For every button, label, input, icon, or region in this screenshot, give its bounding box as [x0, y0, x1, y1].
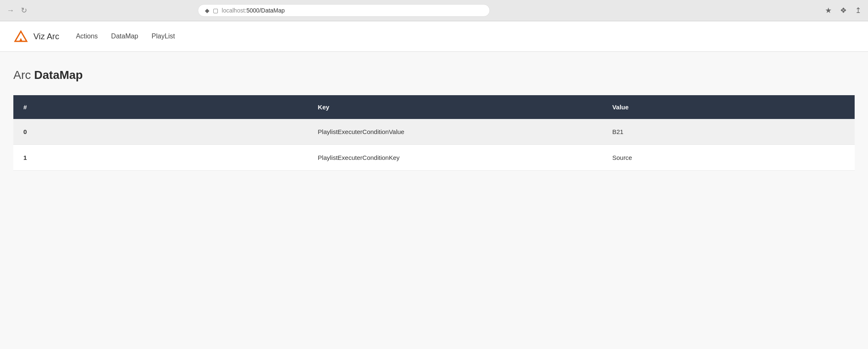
logo-text: Viz Arc [33, 32, 59, 41]
browser-chrome: → ↻ ◆ ▢ localhost:5000/DataMap ★ ❖ ↥ [0, 0, 868, 21]
col-header-key: Key [308, 95, 603, 119]
col-header-index: # [13, 95, 308, 119]
pocket-icon[interactable]: ❖ [840, 6, 847, 15]
app-logo: Viz Arc [13, 29, 59, 44]
nav-link-actions[interactable]: Actions [76, 33, 98, 40]
back-icon[interactable]: → [7, 6, 14, 15]
table-body: 0PlaylistExecuterConditionValueB211Playl… [13, 119, 855, 171]
cell-value: Source [602, 145, 855, 171]
cell-value: B21 [602, 119, 855, 145]
cell-key: PlaylistExecuterConditionKey [308, 145, 603, 171]
page-title: Arc DataMap [13, 68, 855, 82]
nav-link-datamap[interactable]: DataMap [111, 33, 138, 40]
cell-index: 0 [13, 119, 308, 145]
browser-nav-buttons: → ↻ [7, 6, 27, 15]
url-protocol: localhost: [222, 7, 246, 14]
nav-links: Actions DataMap PlayList [76, 33, 175, 40]
nav-link-playlist[interactable]: PlayList [151, 33, 175, 40]
table-header-row: # Key Value [13, 95, 855, 119]
logo-icon [13, 29, 28, 44]
app-nav: Viz Arc Actions DataMap PlayList [0, 21, 868, 52]
url-path: 5000/DataMap [246, 7, 285, 14]
table-row: 0PlaylistExecuterConditionValueB21 [13, 119, 855, 145]
shield-icon: ◆ [205, 7, 209, 14]
data-table: # Key Value 0PlaylistExecuterConditionVa… [13, 95, 855, 171]
table-header: # Key Value [13, 95, 855, 119]
page-title-prefix: Arc [13, 68, 34, 81]
address-bar[interactable]: ◆ ▢ localhost:5000/DataMap [198, 4, 490, 17]
page-icon: ▢ [213, 7, 218, 14]
app-container: Viz Arc Actions DataMap PlayList Arc Dat… [0, 21, 868, 349]
col-header-value: Value [602, 95, 855, 119]
svg-marker-1 [19, 38, 23, 41]
refresh-icon[interactable]: ↻ [21, 6, 27, 15]
cell-index: 1 [13, 145, 308, 171]
table-row: 1PlaylistExecuterConditionKeySource [13, 145, 855, 171]
bookmark-icon[interactable]: ★ [825, 6, 832, 15]
browser-toolbar-actions: ★ ❖ ↥ [825, 6, 861, 15]
download-icon[interactable]: ↥ [855, 6, 861, 15]
address-bar-url: localhost:5000/DataMap [222, 7, 285, 14]
cell-key: PlaylistExecuterConditionValue [308, 119, 603, 145]
page-title-bold: DataMap [34, 68, 83, 81]
page-content: Arc DataMap # Key Value 0PlaylistExecute… [0, 52, 868, 349]
